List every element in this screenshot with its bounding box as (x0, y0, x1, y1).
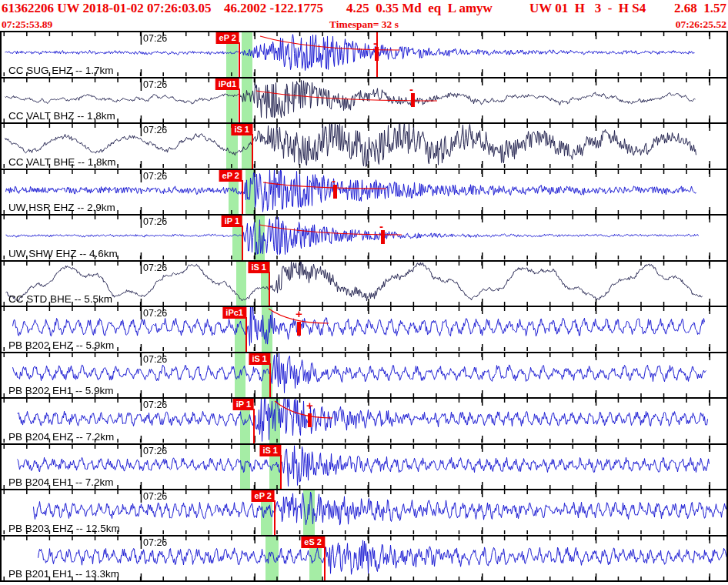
trace-panel-pb-b201-eh1: 07:26PB B201 EH1 -- 13.3kmeS 2 (2, 535, 726, 581)
station-channel-label: PB B204 EH1 -- 7.2km (8, 476, 114, 488)
station-channel-label: CC VALT BHZ -- 1.8km (8, 110, 115, 122)
station-channel-label: PB B203 EHZ -- 12.5km (8, 523, 120, 534)
phase-pick-line[interactable] (324, 547, 326, 581)
minute-tick-label: 07:26 (143, 262, 167, 273)
minute-tick-label: 07:26 (143, 216, 167, 227)
phase-pick-label[interactable]: eP 2 (216, 32, 239, 44)
coda-duration-marker[interactable] (308, 413, 312, 427)
event-coordinates: 46.2002 -122.1775 (224, 1, 323, 16)
trace-panel-pb-b204-eh1: 07:26PB B204 EH1 -- 7.2kmiS 1 (2, 443, 726, 490)
phase-pick-line[interactable] (242, 180, 243, 215)
phase-pick-label[interactable]: eP 2 (219, 170, 242, 182)
event-network-flags: UW 01 H 3 - H S4 (529, 1, 646, 16)
phase-pick-line[interactable] (280, 455, 282, 490)
minute-tick-label: 07:26 (143, 125, 167, 135)
event-quality: 2.68 1.57 (674, 1, 726, 16)
minute-tick-label: 07:26 (143, 79, 167, 90)
trace-panel-uw-shw-ehz: 07:26UW SHW EHZ -- 4.6kmiP 1- (2, 214, 726, 260)
phase-pick-label[interactable]: iS 1 (231, 124, 252, 135)
phase-pick-line[interactable] (269, 363, 271, 398)
phase-pick-label[interactable]: iPc1 (222, 307, 246, 319)
phase-pick-line[interactable] (269, 272, 270, 306)
trace-panel-cc-valt-bhz: 07:26CC VALT BHZ -- 1.8kmiPd1- (2, 77, 726, 123)
phase-pick-label[interactable]: eS 2 (301, 537, 325, 548)
trace-panel-pb-b202-ehz: 07:26PB B202 EHZ -- 5.9kmiPc1+ (2, 306, 726, 352)
coda-quality-glyph: - (332, 177, 336, 185)
trace-panel-pb-b203-ehz: 07:26PB B203 EHZ -- 12.5kmeP 2 (2, 489, 726, 535)
station-channel-label: PB B204 EHZ -- 7.2km (8, 431, 114, 443)
phase-pick-label[interactable]: iS 1 (249, 353, 270, 365)
phase-pick-line[interactable] (242, 226, 243, 260)
phase-pick-label[interactable]: iP 1 (233, 399, 254, 410)
seismic-waveform-viewer: 61362206 UW 2018-01-02 07:26:03.05 46.20… (0, 0, 728, 585)
phase-pick-line[interactable] (245, 317, 247, 352)
trace-panel-cc-valt-bhe: 07:26CC VALT BHE -- 1.8kmiS 1 (2, 122, 726, 169)
trace-panel-cc-sug-ehz: 07:26CC SUG EHZ -- 1.7kmeP 2- (2, 31, 726, 77)
phase-pick-line[interactable] (252, 134, 253, 169)
coda-duration-marker[interactable] (297, 322, 301, 336)
phase-pick-label[interactable]: iPd1 (215, 79, 239, 90)
minute-tick-label: 07:26 (143, 33, 167, 44)
coda-quality-glyph: + (296, 310, 302, 318)
coda-quality-glyph: + (306, 402, 313, 410)
timespan-label: Timespan= 32 s (329, 18, 399, 31)
station-channel-label: PB B202 EHZ -- 5.9km (8, 339, 114, 351)
phase-pick-line[interactable] (239, 42, 240, 77)
minute-tick-label: 07:26 (143, 446, 167, 456)
phase-pick-label[interactable]: iS 1 (259, 445, 281, 456)
coda-quality-glyph: - (409, 85, 413, 93)
window-end-time: 07:26:25.52 (676, 18, 726, 31)
station-channel-label: CC VALT BHE -- 1.8km (8, 156, 116, 168)
phase-pick-label[interactable]: eP 2 (252, 490, 275, 502)
minute-tick-label: 07:26 (143, 537, 167, 548)
phase-pick-line[interactable] (274, 500, 276, 535)
phase-pick-line[interactable] (253, 409, 255, 443)
minute-tick-label: 07:26 (143, 354, 167, 365)
minute-tick-label: 07:26 (143, 308, 167, 319)
event-id-date-time: 61362206 UW 2018-01-02 07:26:03.05 (2, 1, 212, 16)
station-channel-label: PB B201 EH1 -- 13.3km (8, 568, 119, 580)
station-channel-label: UW SHW EHZ -- 4.6km (8, 248, 118, 259)
trace-panel-pb-b204-ehz: 07:26PB B204 EHZ -- 7.2kmiP 1+ (2, 397, 726, 443)
trace-panel-cc-std-bhe: 07:26CC STD BHE -- 5.5kmiS 1 (2, 260, 726, 306)
phase-pick-line[interactable] (239, 89, 240, 123)
coda-quality-glyph: - (373, 39, 377, 47)
trace-panel-uw-hsr-ehz: 07:26UW HSR EHZ -- 2.9kmeP 2- (2, 169, 726, 215)
event-magnitude: 4.25 0.35 Md eq L amyw (346, 1, 493, 16)
station-channel-label: CC SUG EHZ -- 1.7km (8, 65, 114, 76)
minute-tick-label: 07:26 (143, 399, 167, 410)
phase-pick-label[interactable]: iS 1 (248, 262, 269, 273)
window-start-time: 07:25:53.89 (2, 18, 52, 31)
station-channel-label: UW HSR EHZ -- 2.9km (8, 202, 115, 213)
station-channel-label: PB B202 EH1 -- 5.9km (8, 385, 114, 396)
trace-panel-pb-b202-eh1: 07:26PB B202 EH1 -- 5.9kmiS 1 (2, 352, 726, 398)
minute-tick-label: 07:26 (143, 491, 167, 502)
coda-quality-glyph: - (379, 222, 383, 230)
minute-tick-label: 07:26 (143, 171, 167, 182)
trace-area: 07:26CC SUG EHZ -- 1.7kmeP 2-07:26CC VAL… (0, 31, 728, 582)
event-header: 61362206 UW 2018-01-02 07:26:03.05 46.20… (0, 0, 728, 31)
station-channel-label: CC STD BHE -- 5.5km (8, 293, 112, 305)
phase-pick-label[interactable]: iP 1 (222, 216, 242, 227)
